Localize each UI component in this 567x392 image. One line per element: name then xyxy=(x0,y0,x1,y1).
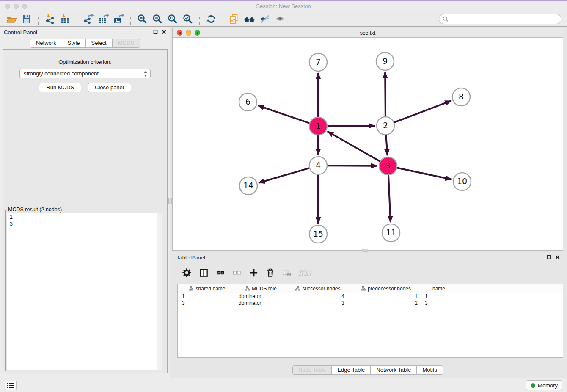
edge-1-6[interactable] xyxy=(258,105,310,123)
column-header-successor-nodes[interactable]: successor nodes xyxy=(285,284,351,293)
node-15[interactable]: 15 xyxy=(309,225,327,243)
network-minimize-button[interactable] xyxy=(186,30,191,36)
toolbar-divider xyxy=(38,14,39,25)
table-cell[interactable]: 2 xyxy=(351,300,421,306)
delete-column-button[interactable] xyxy=(265,268,275,278)
result-scrollbar[interactable] xyxy=(157,213,162,370)
edge-2-3[interactable] xyxy=(386,135,387,155)
network-close-button[interactable] xyxy=(177,30,182,36)
tab-select[interactable]: Select xyxy=(85,39,113,48)
table-cell[interactable]: 3 xyxy=(178,300,237,306)
column-header-name[interactable]: name xyxy=(421,284,457,293)
tab-mcds[interactable]: MCDS xyxy=(112,39,140,48)
select-all-columns-button[interactable] xyxy=(215,268,226,278)
task-history-button[interactable] xyxy=(5,381,17,390)
table-cell[interactable]: 1 xyxy=(351,293,421,300)
node-2[interactable]: 2 xyxy=(377,117,394,135)
show-all-button[interactable] xyxy=(272,13,288,25)
toolbar-divider xyxy=(223,14,223,25)
horizontal-splitter-handle[interactable] xyxy=(362,249,368,252)
node-10[interactable]: 10 xyxy=(453,173,471,190)
create-column-button[interactable] xyxy=(248,268,259,278)
refresh-style-button[interactable] xyxy=(204,13,219,25)
float-panel-icon[interactable] xyxy=(153,30,158,34)
window-title: Session: New Session xyxy=(0,1,567,11)
table-cell[interactable]: dominator xyxy=(237,300,285,306)
zoom-out-button[interactable] xyxy=(150,13,165,25)
tab-network-table[interactable]: Network Table xyxy=(370,365,417,375)
edge-3-10[interactable] xyxy=(397,168,452,179)
node-4[interactable]: 4 xyxy=(309,157,327,174)
edge-4-3[interactable] xyxy=(328,166,377,166)
edge-4-14[interactable] xyxy=(259,168,309,183)
table-cell[interactable]: 1 xyxy=(178,293,237,300)
minimize-window-button[interactable] xyxy=(14,4,19,9)
run-mcds-button[interactable]: Run MCDS xyxy=(39,83,81,92)
clone-network-button[interactable] xyxy=(227,13,242,25)
float-panel-icon[interactable] xyxy=(547,255,551,259)
mcds-result-area[interactable]: 1 3 xyxy=(7,213,162,370)
tab-style[interactable]: Style xyxy=(62,39,86,48)
table-row[interactable]: 1dominator411 xyxy=(178,293,563,300)
edge-2-9[interactable] xyxy=(385,72,385,116)
node-7[interactable]: 7 xyxy=(309,53,327,71)
node-1[interactable]: 1 xyxy=(309,117,327,135)
export-image-button[interactable] xyxy=(111,13,127,25)
table-cell[interactable]: 3 xyxy=(285,300,351,306)
column-header-predecessor-nodes[interactable]: predecessor nodes xyxy=(351,284,421,293)
save-session-button[interactable] xyxy=(19,13,34,25)
import-table-button[interactable] xyxy=(58,13,73,25)
node-11[interactable]: 11 xyxy=(382,224,400,242)
network-canvas[interactable]: 7968124314101511 xyxy=(173,38,564,251)
close-panel-button[interactable]: Close panel xyxy=(88,83,131,92)
close-panel-icon[interactable] xyxy=(162,30,166,34)
edge-2-8[interactable] xyxy=(394,101,451,122)
criterion-select[interactable]: strongly connected component xyxy=(19,69,151,78)
svg-text:10: 10 xyxy=(457,177,467,186)
edge-3-1[interactable] xyxy=(328,131,380,161)
export-network-button[interactable] xyxy=(81,13,96,25)
zoom-window-button[interactable] xyxy=(22,4,27,9)
close-panel-icon[interactable] xyxy=(555,255,560,259)
export-table-button[interactable] xyxy=(96,13,111,25)
edge-1-2[interactable] xyxy=(328,126,375,126)
search-input[interactable] xyxy=(439,14,561,24)
open-file-button[interactable] xyxy=(4,13,19,25)
zoom-selected-button[interactable] xyxy=(180,13,195,25)
node-3[interactable]: 3 xyxy=(379,157,397,175)
edge-3-11[interactable] xyxy=(388,175,391,222)
table-cell[interactable]: 3 xyxy=(421,300,457,306)
node-14[interactable]: 14 xyxy=(239,177,257,195)
table-panel-header: Table Panel xyxy=(172,252,563,262)
hide-selected-button[interactable] xyxy=(257,13,272,25)
table-row[interactable]: 3dominator323 xyxy=(178,300,563,306)
zoom-in-button[interactable] xyxy=(135,13,150,25)
tab-motifs[interactable]: Motifs xyxy=(416,365,443,375)
column-header-shared-name[interactable]: shared name xyxy=(178,284,237,293)
table-settings-button[interactable] xyxy=(182,268,192,278)
node-6[interactable]: 6 xyxy=(239,93,257,111)
import-network-button[interactable] xyxy=(42,13,58,25)
network-window-controls xyxy=(177,30,200,36)
table-cell[interactable]: 1 xyxy=(421,293,457,300)
column-header-MCDS-role[interactable]: MCDS role xyxy=(237,284,285,293)
eye-slash-icon xyxy=(259,14,270,25)
main-area: Control Panel NetworkStyleSelectMCDS Opt… xyxy=(0,27,567,378)
zoom-fit-button[interactable] xyxy=(165,13,180,25)
show-columns-button[interactable] xyxy=(198,268,209,278)
close-window-button[interactable] xyxy=(5,4,10,9)
node-8[interactable]: 8 xyxy=(452,88,470,106)
unselect-all-columns-button[interactable] xyxy=(232,268,242,278)
table-cell[interactable]: dominator xyxy=(237,293,285,300)
table-cell[interactable]: 4 xyxy=(285,293,351,300)
zoom-fit-icon xyxy=(167,14,178,25)
tab-network[interactable]: Network xyxy=(30,39,62,48)
node-9[interactable]: 9 xyxy=(376,52,394,70)
tab-node-table[interactable]: Node Table xyxy=(292,365,332,375)
network-zoom-button[interactable] xyxy=(195,30,200,36)
vertical-splitter-handle[interactable] xyxy=(168,198,172,204)
tab-edge-table[interactable]: Edge Table xyxy=(331,365,371,375)
memory-button[interactable]: Memory xyxy=(526,380,562,390)
export-image-icon xyxy=(113,14,124,25)
first-neighbors-button[interactable] xyxy=(242,13,257,25)
